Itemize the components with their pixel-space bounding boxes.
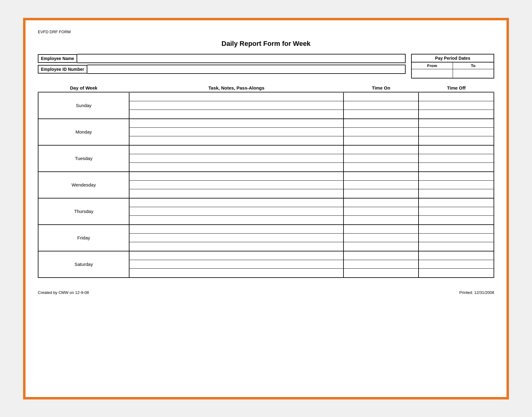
- day-name-cell: Friday: [38, 225, 129, 251]
- pay-period-to-input[interactable]: [453, 69, 494, 78]
- day-name-cell: Sunday: [38, 92, 129, 119]
- time-off-cell[interactable]: [419, 119, 494, 145]
- time-on-cell[interactable]: [343, 251, 419, 278]
- day-name-cell: Wendesday: [38, 172, 129, 198]
- time-off-cell[interactable]: [419, 251, 494, 278]
- time-off-cell[interactable]: [419, 225, 494, 251]
- tasks-cell[interactable]: [129, 92, 343, 119]
- form-header-label: EVFD DRF FORM: [38, 30, 494, 34]
- time-off-cell[interactable]: [419, 198, 494, 225]
- tasks-cell[interactable]: [129, 198, 343, 225]
- table-row: Tuesday: [38, 145, 494, 172]
- table-row: Sunday: [38, 92, 494, 119]
- time-on-cell[interactable]: [343, 225, 419, 251]
- time-on-cell[interactable]: [343, 198, 419, 225]
- table-row: Friday: [38, 225, 494, 251]
- form-container: EVFD DRF FORM Daily Report Form for Week…: [23, 18, 509, 399]
- tasks-cell[interactable]: [129, 172, 343, 198]
- tasks-cell[interactable]: [129, 119, 343, 145]
- pay-period-title: Pay Period Dates: [412, 54, 494, 62]
- time-on-cell[interactable]: [343, 119, 419, 145]
- day-name-cell: Tuesday: [38, 145, 129, 172]
- pay-period-to-label: To: [453, 62, 494, 69]
- employee-name-input[interactable]: [77, 54, 406, 63]
- tasks-cell[interactable]: [129, 145, 343, 172]
- pay-period-block: Pay Period Dates From To: [411, 54, 494, 78]
- employee-id-label: Employee ID Number: [38, 65, 87, 74]
- time-on-cell[interactable]: [343, 172, 419, 198]
- table-row: Wendesday: [38, 172, 494, 198]
- footer-left: Created by CMW on 12-9-08: [38, 290, 89, 295]
- time-off-cell[interactable]: [419, 92, 494, 119]
- pay-period-from-label: From: [412, 62, 453, 69]
- employee-id-input[interactable]: [87, 65, 406, 74]
- day-name-cell: Thursday: [38, 198, 129, 225]
- day-name-cell: Saturday: [38, 251, 129, 278]
- tasks-cell[interactable]: [129, 251, 343, 278]
- tasks-cell[interactable]: [129, 225, 343, 251]
- time-off-cell[interactable]: [419, 145, 494, 172]
- footer-right: Printed: 12/31/2008: [459, 290, 494, 295]
- time-on-cell[interactable]: [343, 92, 419, 119]
- table-row: Thursday: [38, 198, 494, 225]
- col-tasks-header: Task, Notes, Pass-Alongs: [129, 85, 343, 92]
- form-title: Daily Report Form for Week: [38, 40, 494, 48]
- table-row: Saturday: [38, 251, 494, 278]
- time-on-cell[interactable]: [343, 145, 419, 172]
- report-table: Day of Week Task, Notes, Pass-Alongs Tim…: [38, 85, 494, 278]
- col-timeon-header: Time On: [343, 85, 419, 92]
- pay-period-from-input[interactable]: [412, 69, 453, 78]
- col-day-header: Day of Week: [38, 85, 129, 92]
- time-off-cell[interactable]: [419, 172, 494, 198]
- table-row: Monday: [38, 119, 494, 145]
- col-timeoff-header: Time Off: [419, 85, 494, 92]
- day-name-cell: Monday: [38, 119, 129, 145]
- employee-name-label: Employee Name: [38, 54, 77, 63]
